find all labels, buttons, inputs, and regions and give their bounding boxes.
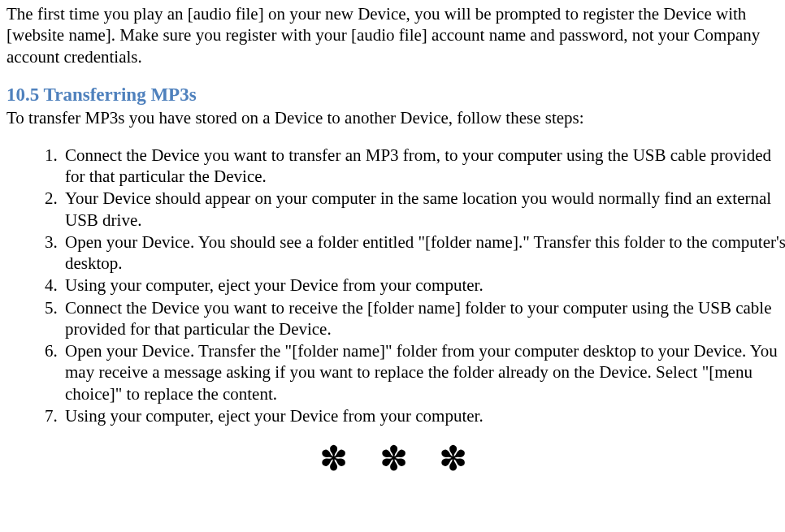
intro-paragraph: The first time you play an [audio file] …	[7, 3, 785, 67]
section-intro: To transfer MP3s you have stored on a De…	[7, 107, 785, 128]
list-item: Using your computer, eject your Device f…	[62, 405, 785, 426]
list-item: Your Device should appear on your comput…	[62, 188, 785, 231]
list-item: Open your Device. You should see a folde…	[62, 231, 785, 275]
steps-list: Connect the Device you want to transfer …	[7, 145, 785, 426]
section-heading: 10.5 Transferring MP3s	[7, 84, 785, 107]
list-item: Connect the Device you want to transfer …	[62, 145, 785, 188]
list-item: Open your Device. Transfer the "[folder …	[62, 340, 785, 404]
section-separator: ✽ ✽ ✽	[7, 438, 785, 481]
list-item: Using your computer, eject your Device f…	[62, 275, 785, 296]
list-item: Connect the Device you want to receive t…	[62, 297, 785, 340]
